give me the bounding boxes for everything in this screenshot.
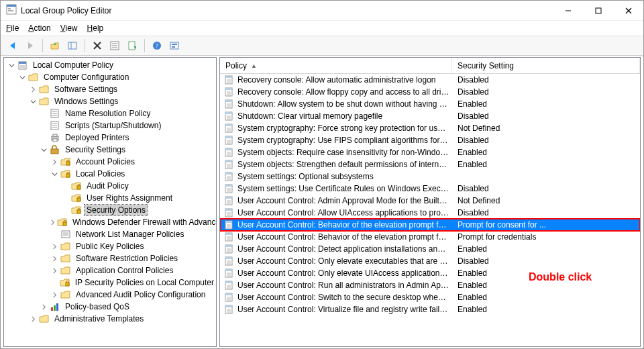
policy-setting: Enabled: [452, 281, 640, 290]
policy-row[interactable]: User Account Control: Admin Approval Mod…: [220, 195, 640, 207]
policy-row[interactable]: User Account Control: Allow UIAccess app…: [220, 207, 640, 219]
folder-icon: [50, 132, 60, 143]
folder-icon: [71, 181, 82, 191]
policy-icon: [224, 256, 235, 266]
tree-deployed-printers[interactable]: Deployed Printers: [4, 132, 216, 144]
svg-rect-54: [54, 305, 56, 311]
export-list-button[interactable]: [124, 38, 140, 54]
tree-advanced-audit-policy[interactable]: Advanced Audit Policy Configuration: [4, 289, 216, 301]
tree-public-key-policies[interactable]: Public Key Policies: [4, 240, 216, 252]
maximize-button[interactable]: [583, 1, 613, 21]
folder-icon: [60, 156, 71, 167]
policy-row[interactable]: User Account Control: Behavior of the el…: [220, 219, 640, 231]
svg-rect-19: [129, 42, 135, 50]
tree-item-label: Computer Configuration: [42, 72, 131, 83]
folder-icon: [57, 217, 68, 228]
policy-row[interactable]: System settings: Use Certificate Rules o…: [220, 183, 640, 195]
tree-user-rights-assignment[interactable]: User Rights Assignment: [4, 192, 216, 204]
filter-button[interactable]: [166, 38, 182, 54]
tree-item-label: Windows Defender Firewall with Advanced …: [70, 217, 217, 228]
tree-administrative-templates[interactable]: Administrative Templates: [4, 313, 216, 325]
policy-setting: Prompt for credentials: [452, 232, 640, 242]
svg-rect-42: [66, 162, 70, 165]
svg-rect-1: [7, 5, 16, 7]
tree-policy-based-qos[interactable]: Policy-based QoS: [4, 301, 216, 313]
forward-button[interactable]: [22, 38, 38, 54]
policy-row[interactable]: Recovery console: Allow automatic admini…: [220, 74, 640, 86]
policy-row[interactable]: User Account Control: Detect application…: [220, 243, 640, 255]
svg-rect-41: [51, 149, 58, 154]
up-folder-button[interactable]: [47, 38, 63, 54]
tree-application-control-policies[interactable]: Application Control Policies: [4, 264, 216, 277]
column-header-policy[interactable]: Policy ▲: [220, 58, 452, 73]
properties-button[interactable]: [107, 38, 123, 54]
policy-row[interactable]: User Account Control: Virtualize file an…: [220, 303, 640, 315]
menu-help[interactable]: Help: [87, 23, 104, 33]
tree-item-label: Network List Manager Policies: [74, 229, 186, 240]
tree-software-settings[interactable]: Software Settings: [4, 83, 216, 95]
policy-row[interactable]: Shutdown: Clear virtual memory pagefileD…: [220, 110, 640, 122]
policy-row[interactable]: System cryptography: Use FIPS compliant …: [220, 134, 640, 146]
column-header-setting-label: Security Setting: [458, 61, 514, 70]
policy-row[interactable]: User Account Control: Run all administra…: [220, 279, 640, 291]
tree-windows-settings[interactable]: Windows Settings: [4, 95, 216, 107]
policy-name: System objects: Strengthen default permi…: [237, 160, 452, 169]
tree-account-policies[interactable]: Account Policies: [4, 156, 216, 168]
tree-computer-configuration[interactable]: Computer Configuration: [4, 71, 216, 83]
tree-scripts[interactable]: Scripts (Startup/Shutdown): [4, 119, 216, 132]
policy-icon: [224, 87, 235, 97]
svg-rect-52: [66, 283, 69, 286]
tree-network-list-manager[interactable]: Network List Manager Policies: [4, 228, 216, 240]
policy-icon: [224, 159, 235, 170]
column-header-setting[interactable]: Security Setting: [452, 58, 640, 73]
policy-name: User Account Control: Only elevate UIAcc…: [237, 268, 452, 278]
tree-name-resolution-policy[interactable]: Name Resolution Policy: [4, 107, 216, 119]
folder-icon: [50, 120, 60, 131]
svg-marker-9: [28, 42, 33, 49]
tree-root[interactable]: Local Computer Policy: [4, 59, 216, 71]
delete-button[interactable]: [89, 38, 105, 54]
policy-row[interactable]: System cryptography: Force strong key pr…: [220, 122, 640, 134]
toolbar-separator: [144, 39, 145, 52]
policy-row[interactable]: System objects: Strengthen default permi…: [220, 158, 640, 170]
menu-view[interactable]: View: [60, 23, 78, 33]
list-body[interactable]: Recovery console: Allow automatic admini…: [220, 74, 640, 346]
policy-row[interactable]: User Account Control: Only elevate UIAcc…: [220, 267, 640, 279]
policy-row[interactable]: User Account Control: Behavior of the el…: [220, 231, 640, 243]
tree-security-settings[interactable]: Security Settings: [4, 144, 216, 156]
policy-row[interactable]: User Account Control: Switch to the secu…: [220, 291, 640, 303]
svg-rect-97: [225, 172, 232, 174]
policy-row[interactable]: User Account Control: Only elevate execu…: [220, 255, 640, 267]
tree-local-policies[interactable]: Local Policies: [4, 168, 216, 180]
svg-rect-122: [225, 233, 232, 235]
menu-action[interactable]: Action: [28, 23, 50, 33]
policy-name: User Account Control: Switch to the secu…: [237, 293, 452, 302]
policy-icon: [224, 111, 235, 121]
policy-row[interactable]: System settings: Optional subsystems: [220, 170, 640, 183]
policy-icon: [224, 123, 235, 134]
back-button[interactable]: [5, 38, 21, 54]
tree-security-options[interactable]: Security Options: [4, 204, 216, 216]
svg-rect-102: [225, 185, 232, 187]
svg-rect-127: [225, 245, 232, 247]
tree-audit-policy[interactable]: Audit Policy: [4, 180, 216, 192]
svg-rect-27: [19, 62, 26, 64]
tree-windows-defender-firewall[interactable]: Windows Defender Firewall with Advanced …: [4, 216, 216, 228]
tree-ip-security-policies[interactable]: IP Security Policies on Local Computer: [4, 277, 216, 289]
show-hide-tree-button[interactable]: [64, 38, 80, 54]
help-button[interactable]: ?: [149, 38, 165, 54]
policy-icon: [224, 232, 235, 242]
policy-row[interactable]: System objects: Require case insensitivi…: [220, 146, 640, 158]
close-button[interactable]: [613, 1, 643, 21]
minimize-button[interactable]: [553, 1, 583, 21]
policy-row[interactable]: Shutdown: Allow system to be shut down w…: [220, 98, 640, 110]
tree-software-restriction-policies[interactable]: Software Restriction Policies: [4, 252, 216, 264]
svg-rect-39: [53, 134, 57, 136]
tree-pane[interactable]: Local Computer PolicyComputer Configurat…: [3, 57, 217, 347]
policy-icon: [224, 99, 235, 109]
policy-row[interactable]: Recovery console: Allow floppy copy and …: [220, 86, 640, 98]
tree-item-label: Policy-based QoS: [63, 301, 131, 312]
menu-file[interactable]: File: [6, 23, 19, 33]
policy-setting: Disabled: [452, 136, 640, 145]
policy-setting: Prompt for consent for ...: [452, 220, 640, 230]
